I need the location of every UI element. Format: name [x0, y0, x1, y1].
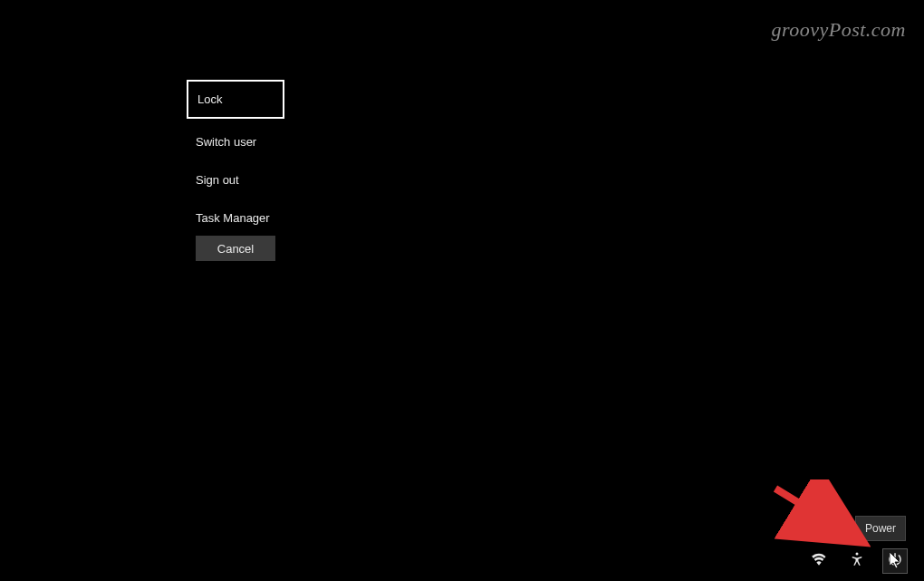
watermark-text: groovyPost.com [771, 18, 906, 42]
wifi-button[interactable] [806, 548, 832, 574]
accessibility-button[interactable] [844, 548, 870, 574]
menu-item-switch-user[interactable]: Switch user [187, 130, 265, 154]
bottom-icon-bar [806, 548, 908, 574]
power-tooltip: Power [855, 516, 906, 541]
power-icon [887, 551, 903, 571]
menu-item-task-manager[interactable]: Task Manager [187, 206, 279, 230]
wifi-icon [811, 551, 827, 571]
svg-point-0 [856, 553, 859, 556]
power-button[interactable] [882, 548, 908, 574]
menu-item-sign-out[interactable]: Sign out [187, 168, 248, 192]
menu-item-lock[interactable]: Lock [187, 80, 284, 119]
svg-line-2 [775, 489, 852, 536]
cancel-button[interactable]: Cancel [196, 236, 275, 261]
accessibility-icon [849, 551, 865, 571]
ctrl-alt-del-menu: Lock Switch user Sign out Task Manager [187, 80, 284, 244]
